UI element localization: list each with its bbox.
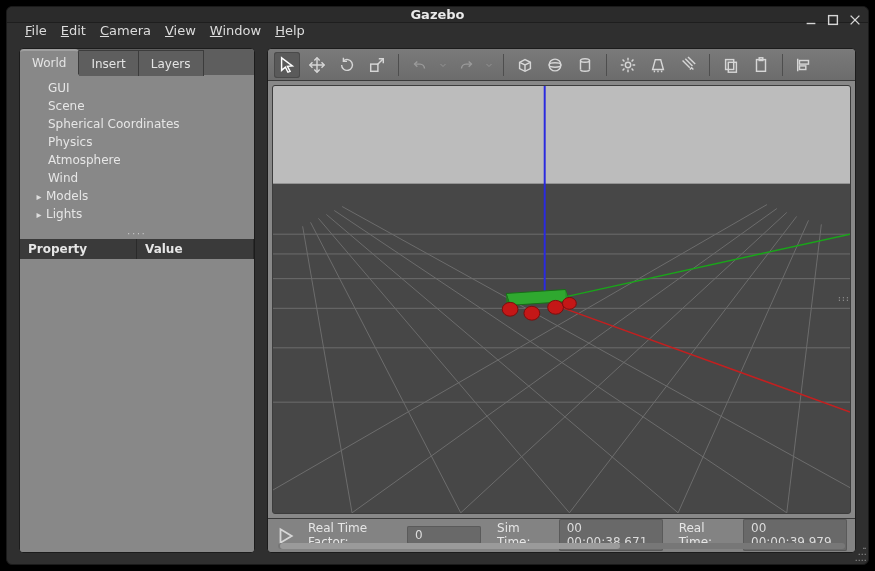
toolbar-separator [503, 54, 504, 76]
svg-point-7 [549, 59, 561, 71]
property-body [20, 259, 254, 552]
scene-render [273, 86, 850, 513]
tree-item[interactable]: Physics [20, 133, 254, 151]
svg-point-61 [562, 297, 576, 309]
svg-rect-6 [371, 64, 378, 71]
svg-rect-34 [800, 65, 806, 69]
statusbar: Real Time Factor: 0 Sim Time: 00 00:00:3… [268, 518, 855, 552]
svg-rect-30 [757, 59, 766, 71]
minimize-button[interactable] [804, 13, 818, 27]
play-button[interactable] [276, 527, 292, 543]
toolbar-separator [782, 54, 783, 76]
tab-insert[interactable]: Insert [79, 50, 138, 76]
caret-right-icon: ▸ [34, 191, 44, 202]
right-panel: ······ Real Time Factor: 0 Sim Time: 00 … [267, 48, 856, 553]
menu-camera[interactable]: Camera [100, 23, 151, 38]
tree-item[interactable]: Atmosphere [20, 151, 254, 169]
maximize-button[interactable] [826, 13, 840, 27]
tree-item-lights[interactable]: ▸Lights [20, 205, 254, 223]
tree-item-models[interactable]: ▸Models [20, 187, 254, 205]
tree-item[interactable]: Scene [20, 97, 254, 115]
tab-world[interactable]: World [20, 49, 79, 75]
svg-point-9 [581, 58, 590, 62]
svg-line-17 [623, 59, 625, 61]
sphere-shape-icon[interactable] [542, 52, 568, 78]
menu-edit[interactable]: Edit [61, 23, 86, 38]
svg-marker-62 [281, 530, 292, 544]
svg-rect-33 [800, 60, 809, 64]
svg-rect-1 [829, 16, 838, 25]
svg-line-20 [623, 68, 625, 70]
property-col-value[interactable]: Value [137, 239, 254, 259]
tab-layers[interactable]: Layers [139, 50, 204, 76]
directional-light-icon[interactable] [675, 52, 701, 78]
window-title: Gazebo [410, 7, 464, 22]
menubar: File Edit Camera View Window Help [7, 23, 868, 38]
tree-item[interactable]: Wind [20, 169, 254, 187]
svg-rect-28 [726, 59, 734, 69]
svg-point-60 [548, 300, 564, 314]
toolbar-separator [606, 54, 607, 76]
content-area: World Insert Layers GUI Scene Spherical … [7, 38, 868, 565]
status-scrollbar[interactable] [278, 543, 845, 549]
tree-item[interactable]: Spherical Coordinates [20, 115, 254, 133]
undo-icon [407, 52, 433, 78]
toolbar-separator [398, 54, 399, 76]
svg-point-12 [625, 62, 630, 67]
redo-icon [453, 52, 479, 78]
toolbar-separator [709, 54, 710, 76]
svg-point-59 [524, 306, 540, 320]
redo-menu-icon [483, 52, 495, 78]
property-header: Property Value [20, 239, 254, 259]
point-light-icon[interactable] [615, 52, 641, 78]
svg-line-18 [632, 68, 634, 70]
menu-file[interactable]: File [25, 23, 47, 38]
menu-window[interactable]: Window [210, 23, 261, 38]
close-button[interactable] [848, 13, 862, 27]
property-col-name[interactable]: Property [20, 239, 137, 259]
rotate-tool-icon[interactable] [334, 52, 360, 78]
copy-icon[interactable] [718, 52, 744, 78]
svg-rect-35 [273, 86, 850, 184]
menu-help[interactable]: Help [275, 23, 305, 38]
align-icon[interactable] [791, 52, 817, 78]
svg-point-58 [502, 302, 518, 316]
cylinder-shape-icon[interactable] [572, 52, 598, 78]
menu-view[interactable]: View [165, 23, 196, 38]
tree-item[interactable]: GUI [20, 79, 254, 97]
main-toolbar [268, 49, 855, 81]
left-panel-tabs: World Insert Layers [20, 49, 254, 75]
select-tool-icon[interactable] [274, 52, 300, 78]
spot-light-icon[interactable] [645, 52, 671, 78]
scale-tool-icon[interactable] [364, 52, 390, 78]
paste-icon[interactable] [748, 52, 774, 78]
caret-right-icon: ▸ [34, 209, 44, 220]
world-tree: GUI Scene Spherical Coordinates Physics … [20, 75, 254, 229]
app-window: Gazebo File Edit Camera View Window Help… [6, 6, 869, 565]
undo-menu-icon [437, 52, 449, 78]
viewport-3d[interactable]: ······ [272, 85, 851, 514]
window-titlebar: Gazebo [7, 7, 868, 23]
panel-splitter-horizontal[interactable]: ···· [20, 229, 254, 239]
svg-point-8 [549, 62, 561, 66]
box-shape-icon[interactable] [512, 52, 538, 78]
panel-splitter-vertical[interactable]: ······ [836, 297, 848, 302]
move-tool-icon[interactable] [304, 52, 330, 78]
window-controls [804, 7, 862, 33]
svg-line-19 [632, 59, 634, 61]
left-panel: World Insert Layers GUI Scene Spherical … [19, 48, 255, 553]
rtf-value: 0 [407, 526, 481, 544]
svg-rect-29 [728, 62, 736, 72]
resize-grip-icon[interactable]: .. . . .. . . . [855, 543, 865, 561]
